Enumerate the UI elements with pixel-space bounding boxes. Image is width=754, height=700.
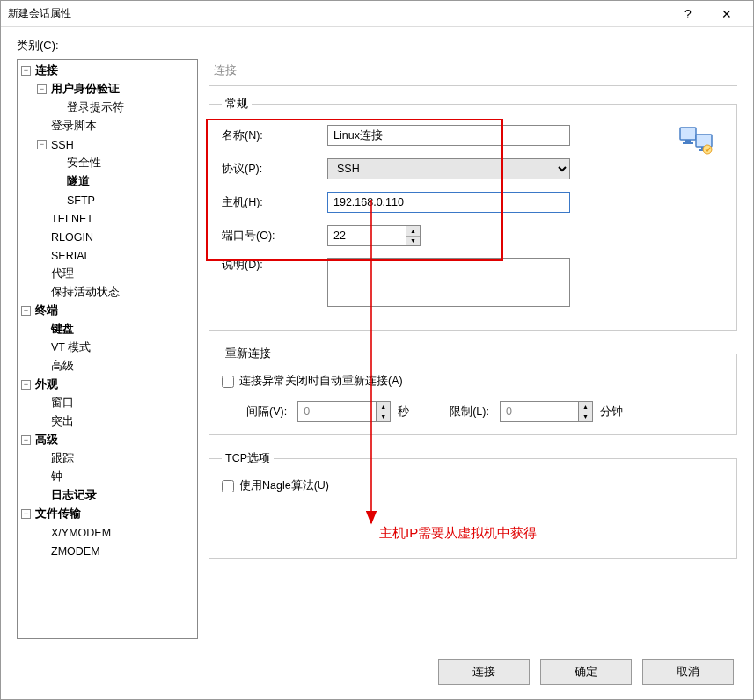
cancel-button[interactable]: 取消 [642,659,734,685]
tree-item-highlight[interactable]: 突出 [49,414,76,429]
tree-item-serial[interactable]: SERIAL [49,250,92,262]
tree-item-log[interactable]: 日志记录 [49,488,99,503]
interval-input[interactable] [297,401,377,422]
tree-item-login-script[interactable]: 登录脚本 [49,119,99,134]
tree-item-proxy[interactable]: 代理 [49,266,76,281]
limit-up[interactable]: ▲ [579,402,592,412]
limit-unit: 分钟 [600,405,623,419]
tree-toggle[interactable]: − [21,380,31,390]
svg-rect-1 [685,140,691,142]
name-label: 名称(N): [222,128,327,143]
tree-item-security[interactable]: 安全性 [65,156,103,171]
tree-toggle[interactable]: − [21,306,31,316]
interval-label: 间隔(V): [246,405,287,419]
tree-item-ssh[interactable]: SSH [49,139,76,151]
tree-item-trace[interactable]: 跟踪 [49,451,76,466]
reconnect-legend: 重新连接 [222,346,275,361]
ok-button[interactable]: 确定 [540,659,632,685]
port-input[interactable] [327,225,406,246]
port-label: 端口号(O): [222,229,327,244]
tree-item-telnet[interactable]: TELNET [49,213,95,225]
host-input[interactable] [327,192,570,213]
session-icon [678,124,715,159]
limit-input[interactable] [500,401,579,422]
tree-item-sftp[interactable]: SFTP [65,194,97,207]
tree-item-keyboard[interactable]: 键盘 [49,322,76,337]
interval-up[interactable]: ▲ [377,402,390,412]
nagle-label: 使用Nagle算法(U) [239,478,329,493]
port-up[interactable]: ▲ [406,226,420,237]
tree-item-file-transfer[interactable]: 文件传输 [33,507,83,521]
auto-reconnect-checkbox[interactable] [222,376,234,388]
tree-item-login-prompt[interactable]: 登录提示符 [65,100,126,115]
interval-unit: 秒 [398,405,409,419]
port-down[interactable]: ▼ [406,237,420,246]
tree-item-rlogin[interactable]: RLOGIN [49,231,95,244]
page-title: 连接 [209,59,737,86]
tree-item-window[interactable]: 窗口 [49,396,76,411]
tree-item-term-adv[interactable]: 高级 [49,359,76,374]
general-legend: 常规 [222,97,252,112]
tree-item-tunnel[interactable]: 隧道 [65,174,92,189]
tree-toggle[interactable]: − [21,435,31,445]
svg-rect-2 [683,142,693,144]
tcp-group: TCP选项 使用Nagle算法(U) [209,451,737,559]
tree-item-appearance[interactable]: 外观 [33,377,60,392]
reconnect-group: 重新连接 连接异常关闭时自动重新连接(A) 间隔(V): ▲ ▼ [209,346,737,435]
category-label: 类别(C): [17,38,737,54]
nagle-checkbox[interactable] [222,480,234,492]
svg-rect-3 [696,135,712,147]
close-button[interactable]: ✕ [707,2,746,26]
tree-item-terminal[interactable]: 终端 [33,303,60,318]
interval-down[interactable]: ▼ [377,412,390,422]
tree-item-advanced[interactable]: 高级 [33,433,60,448]
svg-point-6 [703,145,712,154]
limit-label: 限制(L): [450,405,489,419]
tree-item-connection[interactable]: 连接 [33,63,60,78]
category-tree[interactable]: −连接 −用户身份验证 登录提示符 登录脚本 −SSH [17,59,198,639]
tree-item-keepalive[interactable]: 保持活动状态 [49,285,121,300]
tree-item-xymodem[interactable]: X/YMODEM [49,527,113,539]
tree-toggle[interactable]: − [37,140,47,149]
tree-item-auth[interactable]: 用户身份验证 [49,82,121,97]
tree-toggle[interactable]: − [21,66,31,76]
tcp-legend: TCP选项 [222,451,274,466]
desc-label: 说明(D): [222,258,327,273]
protocol-label: 协议(P): [222,162,327,177]
protocol-select[interactable]: SSH [327,158,570,179]
tree-toggle[interactable]: − [21,509,31,519]
tree-item-zmodem[interactable]: ZMODEM [49,545,102,558]
limit-down[interactable]: ▼ [579,412,592,422]
help-button[interactable]: ? [669,2,707,26]
tree-toggle[interactable]: − [37,84,47,94]
name-input[interactable] [327,125,570,146]
auto-reconnect-label: 连接异常关闭时自动重新连接(A) [239,374,403,389]
general-group: 常规 [209,97,737,331]
desc-textarea[interactable] [327,258,570,307]
host-label: 主机(H): [222,195,327,210]
tree-item-vtmode[interactable]: VT 模式 [49,340,92,355]
svg-rect-0 [680,128,696,140]
connect-button[interactable]: 连接 [438,659,530,685]
window-title: 新建会话属性 [8,6,669,21]
tree-item-clock[interactable]: 钟 [49,470,64,485]
